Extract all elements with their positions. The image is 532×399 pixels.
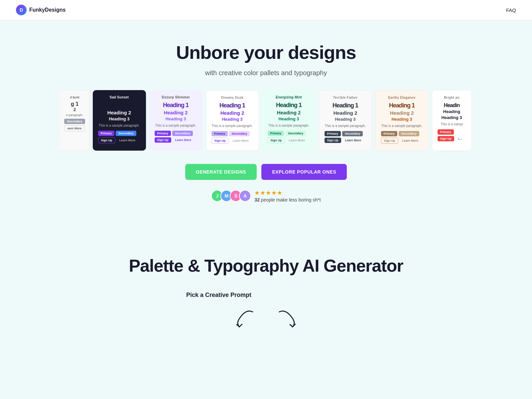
sizzurp-learn-btn[interactable]: Learn More [173,137,194,143]
sizzurp-primary-btn[interactable]: Primary [155,131,171,136]
terrible-h1: Heading 1 [325,102,366,109]
prompt-label: Pick a Creative Prompt [186,292,346,299]
terrible-title: Terrible Father [325,96,366,99]
card-energizing-mint: Energizing Mint Heading 1 Heading 2 Head… [262,90,316,151]
earthy-signup-btn[interactable]: Sign Up [381,138,398,144]
hero-section: Unbore your designs with creative color … [0,20,532,236]
earthy-secondary-btn[interactable]: Secondary [399,131,419,136]
earthy-h3: Heading 3 [381,117,423,122]
mint-para: This is a sample paragraph. [268,123,310,128]
rating-text: 32 people make less boring sh*t [254,197,321,202]
terrible-signup-btn[interactable]: Sign Up [325,138,341,143]
navbar: D FunkyDesigns FAQ [0,0,532,20]
sizzurp-h1: Heading 1 [155,102,197,109]
bright-h2: Heading [438,109,466,114]
user-avatars: J M S A [211,190,251,202]
dreamy-signup-btn[interactable]: Sign Up [211,138,229,144]
partial-secondary-btn[interactable]: Secondary [64,119,85,124]
sizzurp-para: This is a sample paragraph. [155,123,197,128]
dreamy-h1: Heading 1 [211,102,253,109]
terrible-h3: Heading 3 [325,117,366,122]
sad-sunset-primary-btn[interactable]: Primary [98,131,115,136]
dreamy-primary-btn[interactable]: Primary [211,131,228,136]
hero-subheading: with creative color pallets and typograp… [7,69,525,77]
sad-sunset-secondary-btn[interactable]: Secondary [116,131,136,136]
earthy-learn-btn[interactable]: Learn More [400,138,421,144]
mint-h1: Heading 1 [268,102,310,109]
bright-para: This is a sampl [438,122,466,127]
card-sizzurp-shimmer: Sizzurp Shimmer Heading 1 Heading 2 Head… [149,90,202,151]
card-bright: Bright an Headin Heading Heading 3 This … [432,90,472,151]
bright-learn-btn[interactable]: L... [456,136,465,141]
section2-heading: Palette & Typography AI Generator [7,256,525,276]
terrible-learn-btn[interactable]: Learn More [342,138,364,143]
terrible-h2: Heading 2 [325,110,366,116]
bright-primary-btn[interactable]: Primary [438,129,454,135]
mint-primary-btn[interactable]: Primary [268,131,284,136]
card-dreamy-dusk: Dreamy Dusk Heading 1 Heading 2 Heading … [206,90,259,151]
mint-h3: Heading 3 [268,116,310,122]
card-partial-title: d Bold [64,96,85,99]
sad-sunset-signup-btn[interactable]: Sign Up [98,137,115,143]
earthy-h1: Heading 1 [381,102,423,109]
rating-area: ★★★★★ 32 people make less boring sh*t [254,189,321,202]
sad-sunset-h1: Heading 1 [98,102,141,109]
carousel-track: d Bold g 1 2 e paragraph. Secondary earn… [54,90,478,151]
dreamy-secondary-btn[interactable]: Secondary [229,131,250,136]
arrow-left-svg [233,305,259,332]
user-count: 32 [254,197,260,202]
dreamy-learn-btn[interactable]: Learn More [230,138,252,144]
sizzurp-h2: Heading 2 [155,110,197,116]
mint-title: Energizing Mint [268,95,310,99]
section2: Palette & Typography AI Generator Pick a… [0,236,532,345]
dreamy-h3: Heading 3 [211,117,253,122]
sad-sunset-h3: Heading 3 [98,116,141,122]
sizzurp-signup-btn[interactable]: Sign Up [155,137,171,143]
arrow-right-svg [273,305,299,332]
earthy-h2: Heading 2 [381,110,423,116]
brand-name: FunkyDesigns [29,7,66,13]
mint-secondary-btn[interactable]: Secondary [285,131,306,136]
card-earthy-elegance: Earthy Elegance Heading 1 Heading 2 Head… [375,90,429,151]
dreamy-h2: Heading 2 [211,110,253,116]
mint-signup-btn[interactable]: Sign Up [268,137,285,143]
partial-learn-btn[interactable]: earn More [64,125,84,131]
arrows-illustration [7,305,525,332]
explore-popular-button[interactable]: EXPLORE POPULAR ONES [261,164,347,180]
card-sad-sunset: Sad Sunset Heading 1 Heading 2 Heading 3… [93,90,146,151]
bright-h3: Heading 3 [438,115,466,120]
sad-sunset-para: This is a sample paragraph. [98,123,141,128]
social-proof: J M S A ★★★★★ 32 people make less boring… [7,189,525,202]
sad-sunset-h2: Heading 2 [98,110,141,116]
sizzurp-title: Sizzurp Shimmer [155,95,197,99]
card-partial: d Bold g 1 2 e paragraph. Secondary earn… [60,90,89,151]
stars: ★★★★★ [254,189,283,197]
sad-sunset-learn-btn[interactable]: Learn More [117,137,138,143]
generate-designs-button[interactable]: GENERATE DESIGNS [185,164,257,180]
bright-h1: Headin [438,102,466,108]
mint-h2: Heading 2 [268,110,310,116]
hero-heading: Unbore your designs [7,42,525,63]
earthy-para: This is a sample paragraph. [381,124,423,128]
dreamy-para: This is a sample paragraph. [211,124,253,128]
sizzurp-secondary-btn[interactable]: Secondary [172,131,193,136]
sad-sunset-title: Sad Sunset [98,95,141,99]
faq-link[interactable]: FAQ [506,7,516,13]
avatar-4: A [239,190,251,202]
terrible-para: This is a sample paragraph. [325,124,366,128]
card-terrible-father: Terrible Father Heading 1 Heading 2 Head… [319,90,372,151]
terrible-primary-btn[interactable]: Primary [325,131,341,136]
earthy-primary-btn[interactable]: Primary [381,131,398,136]
bright-signup-btn[interactable]: Sign Up [438,136,454,141]
logo[interactable]: D FunkyDesigns [16,5,66,15]
rating-description: people make less boring sh*t [261,197,321,202]
dreamy-title: Dreamy Dusk [211,96,253,99]
cta-row: GENERATE DESIGNS EXPLORE POPULAR ONES [7,164,525,180]
logo-icon: D [16,5,27,15]
design-carousel: d Bold g 1 2 e paragraph. Secondary earn… [7,90,525,151]
terrible-secondary-btn[interactable]: Secondary [342,131,363,136]
earthy-title: Earthy Elegance [381,96,423,99]
mint-learn-btn[interactable]: Learn More [286,137,308,143]
bright-title: Bright an [438,96,466,99]
sizzurp-h3: Heading 3 [155,116,197,122]
